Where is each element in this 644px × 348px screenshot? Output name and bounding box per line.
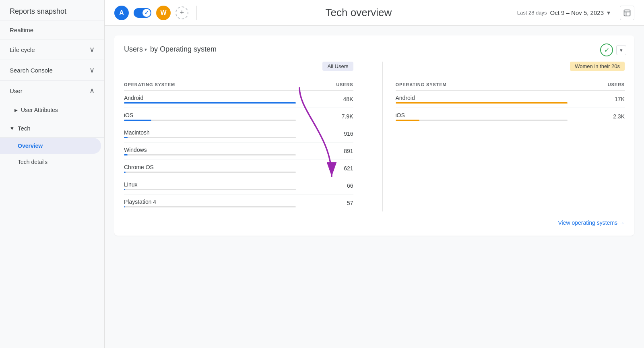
user-count: 48K xyxy=(296,91,353,108)
left-segment-badge: All Users xyxy=(322,62,353,71)
left-col1-header: OPERATING SYSTEM xyxy=(124,79,296,91)
card-dropdown-button[interactable]: ▾ xyxy=(616,45,626,55)
right-segment-badge: Women in their 20s xyxy=(570,62,625,71)
sidebar-user-attributes-label: User Attributes xyxy=(21,107,58,113)
sidebar-reports-snapshot[interactable]: Reports snapshot xyxy=(0,0,104,21)
metric-dropdown-icon[interactable]: ▾ xyxy=(144,47,147,52)
user-count: 66 xyxy=(296,177,353,195)
sidebar-user-label: User xyxy=(10,87,23,94)
left-table-section: All Users OPERATING SYSTEM USERS Android xyxy=(124,62,369,211)
sidebar-search-console-label: Search Console xyxy=(10,67,53,74)
os-name: iOS xyxy=(396,108,568,125)
chevron-up-icon: ∧ xyxy=(89,86,95,95)
left-data-table: OPERATING SYSTEM USERS Android 48K iOS 7… xyxy=(124,79,353,211)
right-col1-header: OPERATING SYSTEM xyxy=(396,79,568,91)
right-col2-header: USERS xyxy=(568,79,625,91)
card-actions: ✓ ▾ xyxy=(600,44,626,56)
os-name: Linux xyxy=(124,177,296,195)
user-count: 7.9K xyxy=(296,108,353,125)
os-name: Chrome OS xyxy=(124,160,296,177)
user-count: 891 xyxy=(296,143,353,160)
status-check-icon: ✓ xyxy=(600,44,613,56)
table-row[interactable]: Macintosh 916 xyxy=(124,125,353,143)
os-name: Android xyxy=(124,91,296,108)
user-count: 17K xyxy=(568,91,625,108)
sidebar-item-tech-details[interactable]: Tech details xyxy=(0,154,104,170)
sidebar-item-realtime[interactable]: Realtime xyxy=(0,21,104,39)
table-row[interactable]: Chrome OS 621 xyxy=(124,160,353,177)
user-count: 2.3K xyxy=(568,108,625,125)
table-row[interactable]: Windows 891 xyxy=(124,143,353,160)
topbar-divider xyxy=(196,6,197,20)
metric-label: Users xyxy=(124,45,143,54)
last-days-label: Last 28 days xyxy=(517,10,547,16)
triangle-right-icon: ▶ xyxy=(14,108,18,112)
sidebar-lifecycle-label: Life cycle xyxy=(10,46,35,53)
user-count: 57 xyxy=(296,195,353,212)
avatar-a[interactable]: A xyxy=(114,6,129,20)
table-row[interactable]: Android 17K xyxy=(396,91,625,108)
card-dropdown-arrow-icon: ▾ xyxy=(620,47,623,53)
view-operating-systems-link[interactable]: View operating systems → xyxy=(124,220,625,226)
table-divider xyxy=(382,62,383,211)
avatar-w[interactable]: W xyxy=(156,6,171,20)
sidebar-tech-details-label: Tech details xyxy=(18,159,47,165)
date-range-value: Oct 9 – Nov 5, 2023 xyxy=(550,9,604,16)
date-range-selector[interactable]: Last 28 days Oct 9 – Nov 5, 2023 ▾ xyxy=(517,9,610,17)
add-comparison-button[interactable]: + xyxy=(175,6,188,19)
sidebar: Reports snapshot Realtime Life cycle ∨ S… xyxy=(0,0,105,348)
page-title: Tech overview xyxy=(205,6,512,19)
table-row[interactable]: iOS 2.3K xyxy=(396,108,625,125)
card-title: Users ▾ by Operating system xyxy=(124,45,217,54)
right-data-table: OPERATING SYSTEM USERS Android 17K iOS 2… xyxy=(396,79,625,125)
user-count: 621 xyxy=(296,160,353,177)
os-name: Macintosh xyxy=(124,125,296,143)
card-header: Users ▾ by Operating system xyxy=(124,45,625,54)
arrow-down-icon: ▼ xyxy=(10,126,14,131)
sidebar-item-search-console[interactable]: Search Console ∨ xyxy=(0,60,104,81)
topbar: A ✓ W + Tech overview Last 28 days Oct 9… xyxy=(105,0,644,26)
content-area: Users ▾ by Operating system ✓ ▾ All User… xyxy=(105,26,644,348)
comparison-toggle[interactable]: ✓ xyxy=(134,8,151,18)
sidebar-item-user[interactable]: User ∧ xyxy=(0,81,104,101)
sidebar-item-lifecycle[interactable]: Life cycle ∨ xyxy=(0,39,104,60)
os-name: Android xyxy=(396,91,568,108)
tables-wrapper: All Users OPERATING SYSTEM USERS Android xyxy=(124,62,625,211)
sidebar-tech-label: Tech xyxy=(18,125,31,132)
chevron-down-icon: ∨ xyxy=(89,45,95,54)
table-row[interactable]: Android 48K xyxy=(124,91,353,108)
svg-rect-0 xyxy=(624,10,630,16)
os-card: Users ▾ by Operating system ✓ ▾ All User… xyxy=(114,35,634,236)
right-table-section: Women in their 20s OPERATING SYSTEM USER… xyxy=(396,62,625,211)
sidebar-item-tech[interactable]: ▼ Tech xyxy=(0,119,104,138)
table-row[interactable]: Linux 66 xyxy=(124,177,353,195)
date-dropdown-arrow-icon: ▾ xyxy=(607,9,610,17)
sidebar-overview-label: Overview xyxy=(18,143,43,149)
os-name: Playstation 4 xyxy=(124,195,296,212)
main-content: A ✓ W + Tech overview Last 28 days Oct 9… xyxy=(105,0,644,348)
chevron-down-icon: ∨ xyxy=(89,66,95,75)
check-icon: ✓ xyxy=(144,10,149,16)
os-name: Windows xyxy=(124,143,296,160)
chart-icon-button[interactable] xyxy=(620,6,634,20)
os-name: iOS xyxy=(124,108,296,125)
table-row[interactable]: iOS 7.9K xyxy=(124,108,353,125)
sidebar-item-overview[interactable]: Overview xyxy=(0,138,101,154)
by-os-label: by Operating system xyxy=(150,45,217,54)
left-col2-header: USERS xyxy=(296,79,353,91)
sidebar-item-user-attributes[interactable]: ▶ User Attributes xyxy=(0,101,104,119)
table-row[interactable]: Playstation 4 57 xyxy=(124,195,353,212)
toggle-knob: ✓ xyxy=(142,9,151,17)
user-count: 916 xyxy=(296,125,353,143)
